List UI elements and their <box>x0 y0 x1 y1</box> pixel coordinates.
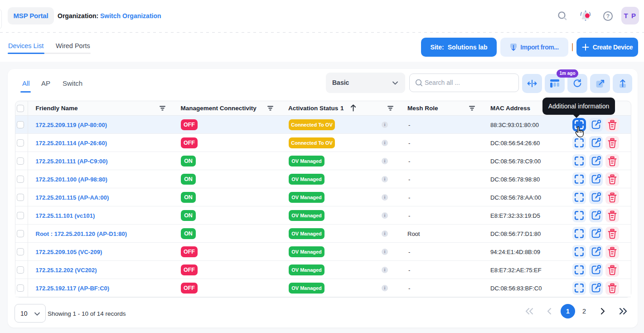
svg-text:?: ? <box>606 13 610 20</box>
